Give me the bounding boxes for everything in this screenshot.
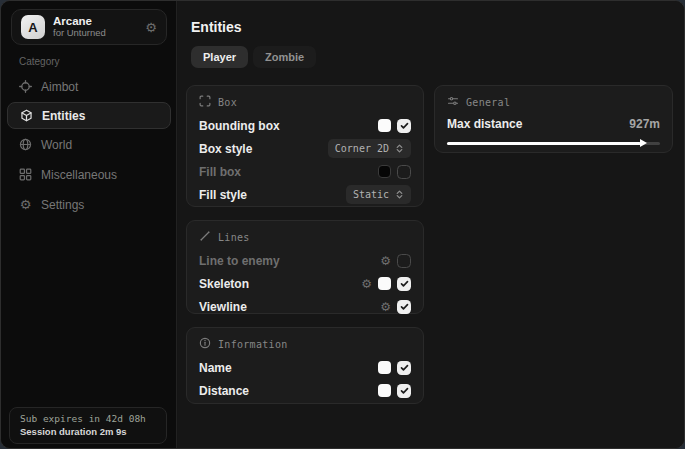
sidebar-item-world[interactable]: World xyxy=(1,130,177,159)
setting-row-fill-style: Fill style Static xyxy=(199,183,411,206)
gear-icon[interactable]: ⚙ xyxy=(361,278,372,290)
setting-label: Name xyxy=(199,361,232,375)
sidebar-item-entities[interactable]: Entities xyxy=(7,102,171,129)
session-duration-text: Session duration 2m 9s xyxy=(20,426,156,437)
app-subtitle: for Unturned xyxy=(53,28,137,39)
tab-player[interactable]: Player xyxy=(191,46,248,68)
setting-label: Fill box xyxy=(199,165,241,179)
section-title: Box xyxy=(218,97,237,108)
setting-label: Viewline xyxy=(199,300,247,314)
page-title: Entities xyxy=(191,19,242,35)
setting-row-name: Name xyxy=(199,356,411,379)
sidebar-item-settings[interactable]: ⚙ Settings xyxy=(1,190,177,219)
account-text: Arcane for Unturned xyxy=(53,15,137,39)
avatar: A xyxy=(21,15,45,39)
setting-row-line-to-enemy: Line to enemy ⚙ xyxy=(199,249,411,272)
fill-box-checkbox[interactable] xyxy=(397,165,411,179)
check-icon xyxy=(400,363,409,372)
setting-row-skeleton: Skeleton ⚙ xyxy=(199,272,411,295)
setting-label: Fill style xyxy=(199,188,247,202)
gear-icon[interactable]: ⚙ xyxy=(380,255,391,267)
gear-icon[interactable]: ⚙ xyxy=(145,20,157,35)
name-checkbox[interactable] xyxy=(397,361,411,375)
scan-corners-icon xyxy=(199,95,211,109)
setting-label: Bounding box xyxy=(199,119,280,133)
sidebar-item-label: Miscellaneous xyxy=(41,168,117,182)
setting-row-box-style: Box style Corner 2D xyxy=(199,137,411,160)
color-swatch[interactable] xyxy=(378,165,391,178)
box-section-card: Box Bounding box Box style Corner 2D xyxy=(186,85,424,207)
sidebar-item-aimbot[interactable]: Aimbot xyxy=(1,72,177,101)
bounding-box-checkbox[interactable] xyxy=(397,119,411,133)
slider-thumb[interactable] xyxy=(640,139,647,147)
main-panel: Entities Player Zombie Box Bounding box xyxy=(178,1,684,448)
sliders-icon xyxy=(447,95,459,109)
check-icon xyxy=(400,386,409,395)
check-icon xyxy=(400,279,409,288)
section-title: General xyxy=(466,97,510,108)
sidebar-item-miscellaneous[interactable]: Miscellaneous xyxy=(1,160,177,189)
general-section-header: General xyxy=(447,94,660,110)
color-swatch[interactable] xyxy=(378,277,391,290)
setting-label: Line to enemy xyxy=(199,254,280,268)
skeleton-checkbox[interactable] xyxy=(397,277,411,291)
account-card[interactable]: A Arcane for Unturned ⚙ xyxy=(11,9,167,45)
lines-section-card: Lines Line to enemy ⚙ Skeleton ⚙ xyxy=(186,220,424,314)
lines-section-header: Lines xyxy=(199,229,411,245)
max-distance-slider[interactable] xyxy=(447,138,660,148)
color-swatch[interactable] xyxy=(378,119,391,132)
box-style-dropdown[interactable]: Corner 2D xyxy=(328,139,411,158)
subscription-footer: Sub expires in 42d 08h Session duration … xyxy=(9,407,167,444)
crosshair-icon xyxy=(19,80,32,93)
sidebar-item-label: Entities xyxy=(42,109,85,123)
box-section-header: Box xyxy=(199,94,411,110)
setting-label: Distance xyxy=(199,384,249,398)
setting-row-bounding-box: Bounding box xyxy=(199,114,411,137)
setting-row-max-distance: Max distance 927m xyxy=(447,114,660,134)
globe-icon xyxy=(19,138,32,151)
dropdown-value: Corner 2D xyxy=(335,143,389,154)
setting-row-distance: Distance xyxy=(199,379,411,402)
dropdown-value: Static xyxy=(353,189,389,200)
slider-fill xyxy=(447,142,641,145)
color-swatch[interactable] xyxy=(378,361,391,374)
information-section-header: Information xyxy=(199,336,411,352)
line-to-enemy-checkbox[interactable] xyxy=(397,254,411,268)
check-icon xyxy=(400,302,409,311)
information-section-card: Information Name Distance xyxy=(186,327,424,404)
setting-row-viewline: Viewline ⚙ xyxy=(199,295,411,318)
sub-expiry-text: Sub expires in 42d 08h xyxy=(20,413,156,424)
general-section-card: General Max distance 927m xyxy=(434,85,673,153)
section-title: Lines xyxy=(218,232,250,243)
sidebar-nav: Aimbot Entities World Miscellaneous xyxy=(1,72,177,219)
gear-icon[interactable]: ⚙ xyxy=(380,301,391,313)
check-icon xyxy=(400,121,409,130)
tab-zombie[interactable]: Zombie xyxy=(253,46,316,68)
gear-icon: ⚙ xyxy=(19,198,32,211)
diagonal-line-icon xyxy=(199,230,211,244)
setting-row-fill-box: Fill box xyxy=(199,160,411,183)
setting-label: Max distance xyxy=(447,117,522,131)
viewline-checkbox[interactable] xyxy=(397,300,411,314)
grid-icon xyxy=(19,168,32,181)
setting-label: Skeleton xyxy=(199,277,249,291)
color-swatch[interactable] xyxy=(378,384,391,397)
setting-label: Box style xyxy=(199,142,252,156)
chevron-up-down-icon xyxy=(395,190,404,199)
fill-style-dropdown[interactable]: Static xyxy=(346,185,411,204)
sidebar-item-label: Settings xyxy=(41,198,84,212)
distance-checkbox[interactable] xyxy=(397,384,411,398)
category-label: Category xyxy=(19,56,60,67)
section-title: Information xyxy=(218,339,288,350)
sidebar-item-label: Aimbot xyxy=(41,80,78,94)
sidebar-item-label: World xyxy=(41,138,72,152)
tab-bar: Player Zombie xyxy=(191,46,316,68)
max-distance-value: 927m xyxy=(629,117,660,131)
chevron-up-down-icon xyxy=(395,144,404,153)
app-window: A Arcane for Unturned ⚙ Category Aimbot … xyxy=(0,0,685,449)
cube-icon xyxy=(20,109,33,122)
info-circle-icon xyxy=(199,337,211,351)
sidebar: A Arcane for Unturned ⚙ Category Aimbot … xyxy=(1,1,177,448)
